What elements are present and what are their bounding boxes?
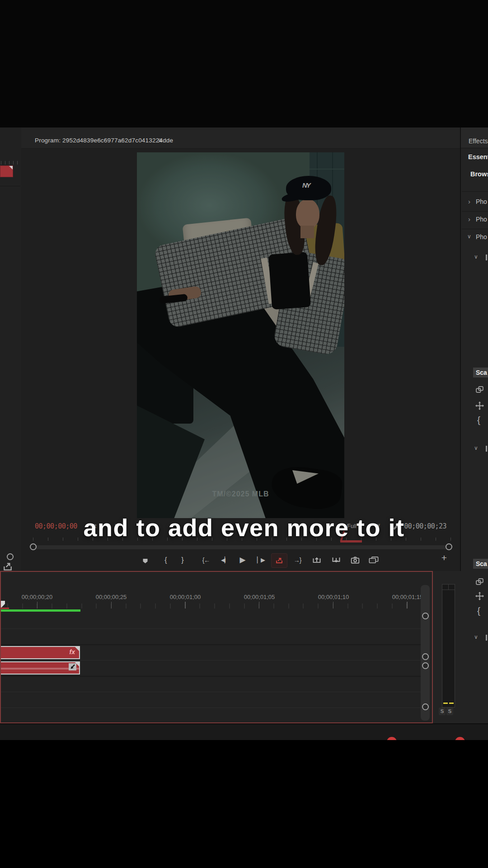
- mark-in-button[interactable]: {: [158, 553, 174, 567]
- add-marker-button[interactable]: [141, 557, 149, 565]
- zoom-handle-left[interactable]: [30, 543, 37, 550]
- position-move-icon[interactable]: [475, 401, 484, 410]
- brace-icon[interactable]: {: [477, 415, 480, 425]
- timeline-scroll-column[interactable]: [421, 585, 430, 721]
- goto-out-button[interactable]: →}: [290, 553, 305, 567]
- play-button[interactable]: ▶: [235, 553, 250, 567]
- ruler-label: 00;00;01;10: [306, 594, 361, 600]
- track-divider: [1, 692, 421, 692]
- tree-row-label[interactable]: Pho: [476, 233, 487, 241]
- meter-level-right: [449, 703, 454, 704]
- nested-row-chevron[interactable]: ∨: [474, 445, 478, 451]
- panel-divider: [462, 229, 488, 229]
- track-handle[interactable]: [422, 662, 429, 669]
- tree-row-chevron[interactable]: ›: [468, 215, 470, 223]
- track-divider: [1, 644, 421, 645]
- mark-out-button[interactable]: }: [175, 553, 190, 567]
- track-handle[interactable]: [422, 653, 429, 660]
- timeline-clip-video[interactable]: [0, 661, 80, 675]
- fx-badge: fx: [70, 648, 75, 656]
- step-forward-button[interactable]: ▏▶: [253, 553, 268, 567]
- transform-squares-icon[interactable]: [475, 578, 484, 585]
- left-panel-sliver: [0, 127, 22, 571]
- panel-menu-icon[interactable]: ≡: [158, 137, 162, 145]
- tree-row-label[interactable]: Pho: [476, 216, 487, 223]
- burned-in-caption: and to add even more to it: [0, 514, 488, 542]
- nested-row-label: [486, 446, 487, 452]
- nested-row-chevron[interactable]: ∨: [474, 634, 478, 640]
- screen: Program: 2952d4839e6c6977a62d7c0413224dd…: [0, 0, 488, 868]
- comparison-view-button[interactable]: [369, 557, 379, 563]
- clip-media-badge-icon: [69, 663, 76, 670]
- panel-divider: [462, 191, 488, 192]
- track-divider: [1, 676, 421, 677]
- time-ruler-major-ticks: [1, 602, 421, 609]
- solo-button[interactable]: S: [439, 708, 446, 715]
- track-handle[interactable]: [422, 703, 429, 710]
- meter-level-left: [443, 703, 448, 704]
- quick-export-button[interactable]: [271, 553, 287, 568]
- lift-button[interactable]: [312, 557, 321, 563]
- export-red-icon: [275, 557, 283, 564]
- render-bar-red: [1, 608, 9, 609]
- tab-browse[interactable]: Browse: [470, 170, 488, 178]
- export-frame-camera-button[interactable]: [351, 557, 360, 564]
- extract-button[interactable]: [332, 557, 341, 563]
- nested-row-label: [486, 255, 487, 260]
- ruler-label: 00;00;01;05: [232, 594, 286, 600]
- scrollbar-handle[interactable]: [7, 553, 14, 560]
- essential-graphics-heading: Essentia: [468, 153, 488, 160]
- button-editor-plus[interactable]: +: [436, 552, 452, 563]
- scale-field[interactable]: Sca: [473, 559, 488, 569]
- letterbox-top: [0, 0, 488, 127]
- tree-row-chevron[interactable]: ›: [468, 198, 470, 205]
- meter-header-split: [448, 585, 449, 590]
- goto-in-button[interactable]: {←: [198, 553, 214, 567]
- step-back-button[interactable]: ◀▏: [217, 553, 232, 567]
- program-tab[interactable]: Program: 2952d4839e6c6977a62d7c0413224dd…: [35, 137, 173, 144]
- export-frame-icon[interactable]: [3, 561, 13, 571]
- tree-row-chevron[interactable]: ∨: [467, 233, 471, 240]
- position-move-icon[interactable]: [475, 592, 484, 600]
- track-handle[interactable]: [422, 613, 429, 619]
- scale-field[interactable]: Sca: [473, 368, 488, 377]
- audio-meter-panel: S S: [433, 571, 461, 723]
- timeline-panel: 00;00;00;20 00;00;00;25 00;00;01;00 00;0…: [0, 571, 433, 723]
- nested-row-label: [486, 635, 487, 641]
- zoom-handle-right[interactable]: [446, 543, 452, 550]
- panel-divider: [0, 186, 20, 186]
- track-divider: [1, 660, 421, 660]
- tree-row-label[interactable]: Pho: [476, 198, 487, 205]
- track-divider: [1, 628, 421, 629]
- monitor-zoom-bar[interactable]: [33, 545, 452, 549]
- clip-fold-corner: [9, 166, 13, 170]
- app-bottom-strip: [0, 723, 488, 740]
- ruler-label: 00;00;00;20: [10, 594, 64, 600]
- brace-icon[interactable]: {: [477, 605, 480, 616]
- ruler-label: 00;00;01;00: [158, 594, 212, 600]
- track-divider: [1, 708, 421, 708]
- clip-fold-corner: [75, 647, 79, 651]
- render-bar-green: [1, 609, 80, 612]
- timeline-clip-graphic[interactable]: fx: [0, 646, 80, 659]
- panel-divider: [462, 211, 488, 212]
- video-preview: NY TM/©2025 MLB: [137, 152, 344, 518]
- tab-effects[interactable]: Effects: [469, 137, 488, 145]
- solo-button[interactable]: S: [446, 708, 453, 715]
- clip-chip[interactable]: [0, 165, 13, 177]
- letterbox-bottom: [0, 740, 488, 868]
- ruler-label: 00;00;00;25: [84, 594, 138, 600]
- nested-row-chevron[interactable]: ∨: [474, 254, 478, 260]
- clip-waveform-stripe: [1, 668, 79, 670]
- video-dim-overlay: [137, 152, 344, 518]
- mini-ruler-ticks: [1, 161, 19, 165]
- audio-meter: [442, 584, 455, 708]
- transform-squares-icon[interactable]: [475, 386, 484, 393]
